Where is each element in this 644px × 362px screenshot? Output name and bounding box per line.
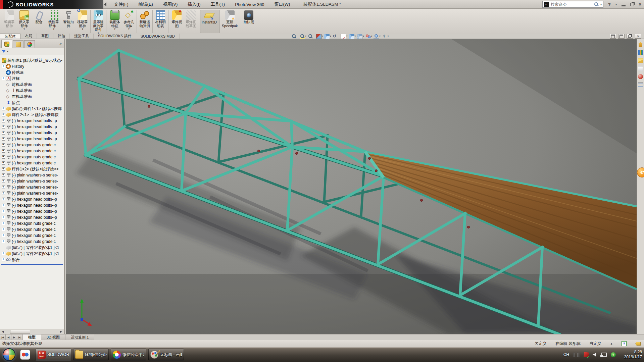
tree-item[interactable]: (-) hexagon nuts grade c	[1, 220, 64, 226]
taskbar-app-button[interactable]: G:\微信公众号\1-...	[73, 349, 109, 361]
tree-item[interactable]: (-) hexagon head bolts--p	[1, 130, 64, 136]
ribbon-button[interactable]: Instant3D ▾	[200, 10, 219, 33]
view-tool-icon[interactable]	[341, 34, 346, 39]
view-tool-icon[interactable]	[324, 34, 330, 39]
ribbon-button[interactable]: 装配体 特征 ▾	[107, 10, 122, 33]
chevron-down-icon[interactable]: ▾	[330, 35, 331, 38]
close-document-button[interactable]: ✕	[635, 34, 641, 39]
expand-toggle-icon[interactable]	[2, 77, 5, 80]
taskbar-app-button[interactable]: 无标题 - 画图	[148, 349, 184, 361]
expand-toggle-icon[interactable]	[2, 222, 5, 225]
expand-toggle-icon[interactable]	[2, 192, 5, 195]
expand-toggle-icon[interactable]	[2, 119, 5, 122]
expand-toggle-icon[interactable]	[2, 228, 5, 231]
expand-toggle-icon[interactable]	[2, 204, 5, 207]
chevron-down-icon[interactable]: ▾	[355, 35, 356, 38]
tree-item[interactable]: (-) hexagon head bolts--p	[1, 208, 64, 214]
tab-scroll-left-icon[interactable]: ◀	[6, 334, 11, 340]
task-pane-tab-icon[interactable]	[638, 42, 643, 47]
view-tool-icon[interactable]	[300, 34, 305, 39]
view-tool-icon[interactable]	[349, 34, 354, 39]
antivirus-icon[interactable]	[584, 352, 589, 357]
chevron-down-icon[interactable]: ▾	[53, 28, 54, 31]
view-tool-icon[interactable]	[374, 34, 379, 39]
scrollbar-thumb[interactable]	[10, 330, 30, 334]
document-tab[interactable]: 3D 视图	[41, 334, 65, 340]
expand-toggle-icon[interactable]	[2, 89, 5, 92]
tree-item[interactable]: (-) hexagon nuts grade c	[1, 226, 64, 232]
menu-item[interactable]: 工具(T)	[211, 1, 225, 7]
menu-item[interactable]: 插入(I)	[188, 1, 200, 7]
tree-filter[interactable]: ▾	[0, 48, 64, 55]
ribbon-button[interactable]: 配合 ▾	[32, 10, 46, 33]
command-tab[interactable]: 渲染工具	[70, 34, 94, 39]
chevron-up-icon[interactable]: ▲	[610, 342, 613, 345]
chevron-down-icon[interactable]: ▾	[363, 35, 364, 38]
expand-toggle-icon[interactable]	[2, 246, 5, 249]
tree-item[interactable]: (固定) 焊件1<1> (默认<按焊	[1, 106, 64, 112]
scroll-right-icon[interactable]: ▶	[58, 329, 64, 334]
expand-toggle-icon[interactable]	[2, 131, 5, 135]
expand-toggle-icon[interactable]	[2, 179, 5, 183]
view-tool[interactable]: ▾	[349, 34, 356, 39]
expand-toggle-icon[interactable]	[2, 107, 5, 110]
chevron-down-icon[interactable]: ▾	[82, 28, 83, 31]
view-tool[interactable]: ▾	[365, 34, 373, 39]
command-tab[interactable]: 草图	[37, 34, 53, 39]
units-selector[interactable]: 自定义	[589, 341, 601, 347]
expand-toggle-icon[interactable]	[2, 252, 5, 255]
tree-item[interactable]: (-) hexagon head bolts--p	[1, 118, 64, 124]
close-button[interactable]: ×	[639, 2, 641, 7]
command-tab[interactable]: SOLIDWORKS 插件	[94, 34, 136, 39]
volume-icon[interactable]	[593, 352, 597, 357]
tree-item[interactable]: 传感器	[1, 69, 64, 75]
search-icon[interactable]	[594, 2, 599, 7]
panel-overflow-chevron-icon[interactable]: »	[59, 41, 62, 46]
window-pane-button[interactable]	[618, 34, 625, 39]
expand-toggle-icon[interactable]	[2, 161, 5, 165]
command-tab[interactable]: SOLIDWORKS MBD	[136, 34, 180, 39]
cascade-windows-button[interactable]	[627, 34, 633, 39]
view-tool-icon[interactable]	[333, 34, 338, 39]
expand-toggle-icon[interactable]	[2, 216, 5, 219]
keyboard-icon[interactable]	[573, 353, 580, 357]
tree-item[interactable]: (-) hexagon nuts grade c	[1, 148, 64, 154]
task-pane-tab-icon[interactable]	[638, 66, 643, 71]
taskbar-app-button[interactable]: SOLIDWORKS P...	[36, 349, 71, 361]
ribbon-button[interactable]: 更新 Speedpak ▾	[220, 10, 240, 33]
view-tool[interactable]: ▾	[357, 34, 364, 39]
expand-toggle-icon[interactable]	[2, 167, 5, 171]
view-tool[interactable]: ▾	[333, 34, 340, 39]
ribbon-button[interactable]: 插入零 部件 ▾	[17, 10, 32, 33]
ribbon-button[interactable]: 显示隐 藏的零 部件 ▾	[92, 10, 106, 33]
tree-root[interactable]: 装配体1 (默认<默认_显示状态-	[1, 57, 64, 63]
tree-item[interactable]: (-) hexagon head bolts--p	[1, 196, 64, 202]
minimize-button[interactable]	[622, 5, 626, 6]
view-tool[interactable]: ▾	[382, 34, 389, 39]
menu-item[interactable]: 视图(V)	[163, 1, 178, 7]
tab-propertymanager[interactable]	[13, 40, 23, 48]
tree-item[interactable]: (固定) [ 零件2^装配体1 ]<1	[1, 251, 64, 257]
expand-toggle-icon[interactable]	[2, 258, 5, 261]
view-tool-icon[interactable]	[382, 34, 387, 39]
expand-toggle-icon[interactable]	[2, 173, 5, 177]
tree-item[interactable]: (-) hexagon nuts grade c	[1, 142, 64, 148]
tree-item[interactable]: (固定) [ 零件1^装配体1 ]<1	[1, 245, 64, 251]
tab-scroll-first-icon[interactable]: |◀	[0, 334, 6, 340]
expand-toggle-icon[interactable]	[2, 83, 5, 86]
expand-toggle-icon[interactable]	[2, 143, 5, 147]
tree-item[interactable]: (-) hexagon nuts grade c	[1, 160, 64, 166]
help-dropdown-icon[interactable]: ▾	[615, 3, 617, 6]
tree-item[interactable]: History	[1, 63, 64, 69]
ribbon-button[interactable]: 材料明 细表 ▾	[154, 10, 168, 33]
task-pane-tab-icon[interactable]	[638, 74, 643, 79]
tree-item[interactable]: (-) plain washers-s series-	[1, 184, 64, 190]
expand-toggle-icon[interactable]	[2, 113, 5, 116]
tree-item[interactable]: (-) hexagon nuts grade c	[1, 154, 64, 160]
view-tool[interactable]: ▾	[324, 34, 331, 39]
expand-toggle-icon[interactable]	[2, 155, 5, 159]
expand-toggle-icon[interactable]	[2, 234, 5, 237]
ribbon-button[interactable]: 编辑零 部件 ▾	[2, 10, 17, 33]
tree-item[interactable]: (-) hexagon head bolts--p	[1, 124, 64, 130]
tree-item[interactable]: 前视基准面	[1, 82, 64, 88]
